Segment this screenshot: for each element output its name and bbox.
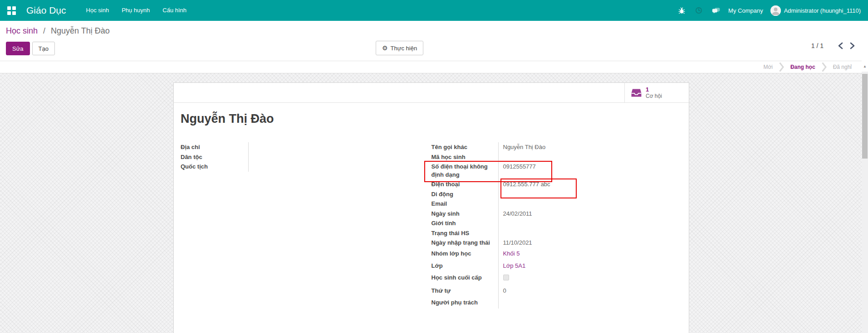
apps-menu-button[interactable] (0, 0, 23, 21)
control-panel: Học sinh / Nguyễn Thị Đào Sửa Tạo ⚙ Thực… (0, 21, 868, 61)
field-label: Email (432, 199, 499, 209)
field-value: 24/02/2011 (499, 209, 682, 219)
field-value (249, 142, 432, 152)
opportunity-count: 1 (646, 87, 662, 93)
opportunities-stat-button[interactable]: 1 Cơ hội (624, 83, 689, 102)
edit-button[interactable]: Sửa (6, 42, 30, 55)
messages-chat-icon[interactable] (707, 0, 725, 21)
field-row: Nhóm lớp họcKhối 5 (432, 248, 682, 260)
field-row: Dân tộc (181, 152, 432, 162)
field-label: Tên gọi khác (432, 142, 499, 152)
breadcrumb-parent-link[interactable]: Học sinh (6, 26, 38, 35)
field-row: Thứ tự0 (432, 285, 682, 297)
activities-clock-icon[interactable] (690, 0, 707, 21)
field-label: Địa chỉ (181, 142, 249, 152)
field-row: Di động (432, 189, 682, 199)
field-value-text: Nguyễn Thị Đào (503, 144, 546, 150)
statusbar-step[interactable]: Đang học (784, 64, 822, 70)
field-label: Giới tính (432, 218, 499, 228)
field-value-link[interactable]: Khối 5 (503, 250, 520, 257)
navbar-menu-item[interactable]: Phụ huynh (115, 0, 156, 21)
field-row: Ngày nhập trạng thái11/10/2021 (432, 238, 682, 248)
statusbar-step[interactable]: Đã nghỉ (827, 64, 858, 70)
navbar-menu-item[interactable]: Học sinh (80, 0, 116, 21)
scrollbar-up-arrow[interactable]: ▲ (862, 61, 868, 72)
navbar-menu-item[interactable]: Cấu hình (156, 0, 193, 21)
statusbar-chevron-icon (779, 62, 784, 72)
field-row: Địa chỉ (181, 142, 432, 152)
vertical-scrollbar: ▲ (862, 61, 868, 333)
field-row: Người phụ trách (432, 297, 682, 309)
field-label: Thứ tự (432, 285, 499, 297)
field-label: Mã học sinh (432, 152, 499, 162)
action-button[interactable]: ⚙ Thực hiện (376, 41, 423, 55)
field-value (499, 199, 682, 209)
field-value (499, 152, 682, 162)
action-button-label: Thực hiện (391, 45, 417, 52)
left-field-group: Địa chỉDân tộcQuốc tịch (181, 142, 432, 172)
field-row: Học sinh cuối cấp (432, 272, 682, 285)
field-row: LớpLớp 5A1 (432, 260, 682, 272)
field-value-link[interactable]: Lớp 5A1 (503, 262, 526, 269)
field-value: 0912555777 (499, 162, 682, 179)
breadcrumb-separator: / (43, 26, 45, 35)
field-row: Điện thoại0912.555.777 abc (432, 179, 682, 189)
field-label: Điện thoại (432, 179, 499, 189)
company-switcher[interactable]: My Company (728, 7, 763, 14)
control-panel-buttons: Sửa Tạo (6, 42, 55, 55)
field-value: 11/10/2021 (499, 238, 682, 248)
field-label: Trạng thái HS (432, 228, 499, 238)
apps-grid-icon (7, 6, 16, 15)
field-value (249, 162, 432, 172)
pager-value: 1 / 1 (811, 42, 824, 49)
field-value: 0 (499, 285, 682, 297)
navbar-right: My Company Administrator (huunghi_1110) (673, 0, 868, 21)
checkbox[interactable] (503, 275, 509, 280)
statusbar-chevron-icon (822, 62, 827, 72)
breadcrumb-current: Nguyễn Thị Đào (51, 26, 110, 35)
scrollbar-track[interactable] (862, 72, 868, 333)
pager-next-icon[interactable] (846, 40, 858, 52)
field-row: Tên gọi khácNguyễn Thị Đào (432, 142, 682, 152)
field-value (499, 228, 682, 238)
field-value-text: 0912.555.777 abc (503, 181, 550, 188)
field-label: Lớp (432, 260, 499, 272)
field-value: Nguyễn Thị Đào (499, 142, 682, 152)
avatar (770, 5, 781, 16)
field-value-text: 0 (503, 287, 506, 294)
field-label: Học sinh cuối cấp (432, 272, 499, 285)
record-title: Nguyễn Thị Đào (181, 112, 274, 126)
user-menu[interactable]: Administrator (huunghi_1110) (770, 5, 861, 16)
pager-previous-icon[interactable] (834, 40, 846, 52)
field-label: Số điện thoại không định dạng (432, 162, 499, 179)
pager: 1 / 1 (811, 40, 858, 52)
field-row: Ngày sinh24/02/2011 (432, 209, 682, 219)
gear-icon: ⚙ (382, 44, 388, 52)
statusbar-step[interactable]: Mới (757, 64, 779, 70)
field-label: Quốc tịch (181, 162, 249, 172)
field-groups: Địa chỉDân tộcQuốc tịch Tên gọi khácNguy… (181, 142, 682, 309)
scrollbar-thumb[interactable] (862, 74, 868, 159)
app-brand[interactable]: Giáo Dục (26, 5, 66, 16)
field-value: Lớp 5A1 (499, 260, 682, 272)
field-value (249, 152, 432, 162)
field-value (499, 189, 682, 199)
create-button[interactable]: Tạo (32, 42, 55, 55)
opportunity-label: Cơ hội (646, 93, 662, 99)
button-box: 1 Cơ hội (174, 83, 689, 103)
right-field-group: Tên gọi khácNguyễn Thị ĐàoMã học sinhSố … (432, 142, 682, 309)
debug-bug-icon[interactable] (673, 0, 690, 21)
field-row: Mã học sinh (432, 152, 682, 162)
field-row: Quốc tịch (181, 162, 432, 172)
user-name: Administrator (huunghi_1110) (784, 7, 861, 14)
field-label: Ngày nhập trạng thái (432, 238, 499, 248)
field-row: Email (432, 199, 682, 209)
field-label: Di động (432, 189, 499, 199)
field-label: Người phụ trách (432, 297, 499, 309)
field-label: Dân tộc (181, 152, 249, 162)
field-value-text: 24/02/2011 (503, 210, 532, 217)
navbar-menus: Học sinhPhụ huynhCấu hình (80, 0, 193, 21)
field-value (499, 297, 682, 309)
field-value-text: 11/10/2021 (503, 239, 532, 246)
breadcrumb: Học sinh / Nguyễn Thị Đào (6, 26, 110, 36)
